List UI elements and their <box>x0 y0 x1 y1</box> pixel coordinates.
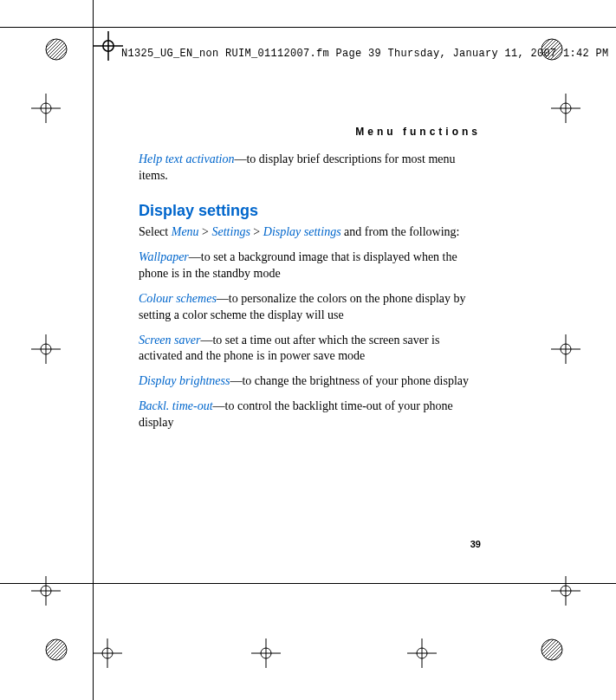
setting-item: Backl. time-out—to control the backlight… <box>139 399 485 431</box>
running-head: Menu functions <box>355 126 481 138</box>
crop-line-horizontal-bottom <box>0 583 616 584</box>
term-help-text-activation: Help text activation <box>139 152 234 165</box>
crop-line-vertical <box>93 0 94 700</box>
desc-text: —to change the brightness of your phone … <box>230 374 469 387</box>
sep: > <box>199 225 212 238</box>
registration-mark-icon <box>45 638 68 661</box>
setting-item: Screen saver—to set a time out after whi… <box>139 333 485 366</box>
intro-path: Select Menu > Settings > Display setting… <box>139 224 485 241</box>
menu-path-display-settings: Display settings <box>263 225 341 238</box>
term-wallpaper: Wallpaper <box>139 250 189 263</box>
text-tail: and from the following: <box>341 225 460 238</box>
setting-item: Wallpaper—to set a background image that… <box>139 250 485 282</box>
crop-mark-icon <box>31 576 61 606</box>
page-number: 39 <box>470 539 481 549</box>
setting-item: Colour schemes—to personalize the colors… <box>139 291 485 324</box>
setting-item: Help text activation—to display brief de… <box>139 152 485 185</box>
crop-mark-icon <box>551 576 580 606</box>
registration-mark-icon <box>45 38 68 61</box>
crop-mark-icon <box>31 334 61 364</box>
sep: > <box>250 225 263 238</box>
svg-point-2 <box>46 639 67 660</box>
crop-mark-icon <box>407 638 437 668</box>
crop-mark-icon <box>251 638 281 668</box>
crop-mark-icon <box>551 334 580 364</box>
crop-mark-icon <box>551 94 580 123</box>
section-heading-display-settings: Display settings <box>139 200 485 221</box>
term-screen-saver: Screen saver <box>139 334 200 347</box>
registration-mark-icon <box>541 638 563 661</box>
crop-line-horizontal-top <box>0 27 616 28</box>
crop-mark-icon <box>94 31 113 50</box>
page-body: Help text activation—to display brief de… <box>139 152 485 440</box>
svg-point-0 <box>46 39 67 60</box>
text-lead: Select <box>139 225 172 238</box>
svg-point-3 <box>541 639 562 660</box>
term-display-brightness: Display brightness <box>139 374 230 387</box>
term-backl-time-out: Backl. time-out <box>139 399 213 412</box>
document-meta-line: N1325_UG_EN_non RUIM_01112007.fm Page 39… <box>121 48 599 60</box>
menu-path-menu: Menu <box>172 225 199 238</box>
setting-item: Display brightness—to change the brightn… <box>139 373 485 390</box>
crop-mark-icon <box>31 94 61 123</box>
crop-mark-icon <box>93 638 122 668</box>
menu-path-settings: Settings <box>212 225 250 238</box>
term-colour-schemes: Colour schemes <box>139 292 217 305</box>
